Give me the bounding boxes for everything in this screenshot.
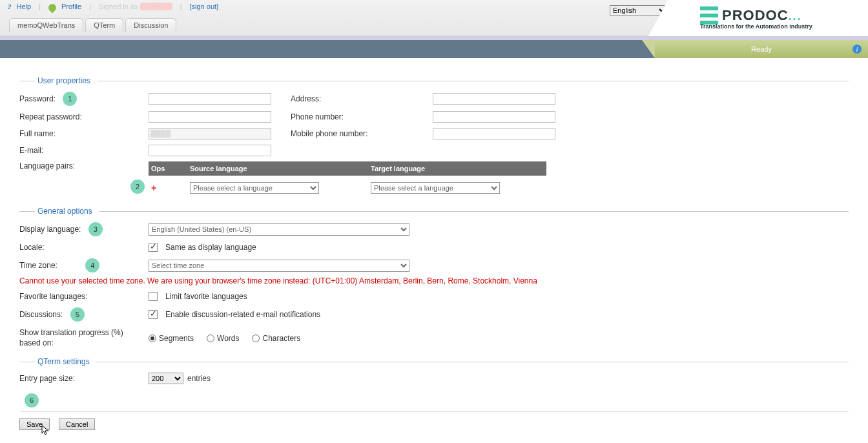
tab-discussion[interactable]: Discussion xyxy=(125,18,176,32)
status-ready: Ready i xyxy=(655,40,868,58)
repeat-password-input[interactable] xyxy=(149,111,271,123)
full-name-input[interactable] xyxy=(149,128,271,139)
label-mobile: Mobile phone number: xyxy=(291,129,433,138)
section-general-options: General options xyxy=(19,207,849,216)
mobile-input[interactable] xyxy=(433,128,555,139)
source-language-select[interactable]: Please select a language xyxy=(190,182,319,194)
content: User properties Password: 1 Address: Rep… xyxy=(0,58,868,439)
progress-radio-group: Segments Words Characters xyxy=(149,334,484,343)
enable-discussion-checkbox[interactable] xyxy=(149,310,158,319)
save-button[interactable]: Save xyxy=(19,418,50,430)
radio-characters[interactable]: Characters xyxy=(252,334,300,343)
qterm-grid: Entry page size: 200 entries xyxy=(19,373,849,384)
logo: PRODOC... Translations for the Automatio… xyxy=(668,0,868,36)
label-password: Password: 1 xyxy=(19,92,149,106)
user-properties-grid: Password: 1 Address: Repeat password: Ph… xyxy=(19,92,849,198)
tab-qterm[interactable]: QTerm xyxy=(85,18,123,32)
band-slate: Ready i xyxy=(0,40,868,58)
label-discussions: Discussions: 5 xyxy=(19,307,149,322)
general-options-grid-2: Favorite languages: Limit favorite langu… xyxy=(19,292,849,348)
annotation-1: 1 xyxy=(63,92,77,106)
locale-same-checkbox[interactable] xyxy=(149,243,158,252)
signout-link[interactable]: [sign out] xyxy=(190,3,219,10)
add-lang-pair-icon[interactable]: + xyxy=(151,183,156,193)
label-display-language: Display language: 3 xyxy=(19,222,149,236)
info-icon[interactable]: i xyxy=(852,45,862,54)
timezone-warning: Cannot use your selected time zone. We a… xyxy=(19,276,849,285)
label-language-pairs: Language pairs: xyxy=(19,161,149,170)
entry-page-size-select[interactable]: 200 xyxy=(149,373,183,384)
tab-memoq[interactable]: memoQWebTrans xyxy=(9,18,83,32)
help-link[interactable]: Help xyxy=(17,3,32,10)
label-phone: Phone number: xyxy=(291,112,433,121)
label-address: Address: xyxy=(291,94,433,103)
logo-bars-icon xyxy=(700,6,718,25)
profile-link[interactable]: Profile xyxy=(61,3,81,10)
annotation-6: 6 xyxy=(25,393,39,407)
target-language-select[interactable]: Please select a language xyxy=(371,182,500,194)
limit-favorite-checkbox[interactable] xyxy=(149,292,158,301)
annotation-2: 2 xyxy=(130,180,145,194)
cancel-button[interactable]: Cancel xyxy=(59,418,95,430)
help-icon: ? xyxy=(8,3,12,10)
lang-pair-header: Ops Source language Target language xyxy=(149,161,546,176)
phone-input[interactable] xyxy=(433,111,555,123)
radio-words[interactable]: Words xyxy=(207,334,239,343)
radio-segments[interactable]: Segments xyxy=(149,334,194,343)
label-show-progress: Show translation progress (%) based on: xyxy=(19,328,149,348)
logo-tagline: Translations for the Automation Industry xyxy=(700,23,812,30)
display-language-select[interactable]: English (United States) (en-US) xyxy=(149,223,409,236)
label-locale: Locale: xyxy=(19,243,149,252)
label-repeat-password: Repeat password: xyxy=(19,112,149,121)
address-input[interactable] xyxy=(433,93,555,105)
label-entry-page-size: Entry page size: xyxy=(19,374,149,383)
annotation-3: 3 xyxy=(88,222,103,236)
timezone-select[interactable]: Select time zone xyxy=(149,260,409,272)
form-buttons: Save Cancel xyxy=(19,418,849,430)
lang-pair-row: 2 + Please select a language Please sele… xyxy=(149,176,546,198)
section-qterm-settings: QTerm settings xyxy=(19,357,849,366)
section-user-properties: User properties xyxy=(19,76,849,85)
general-options-grid: Display language: 3 English (United Stat… xyxy=(19,222,849,273)
email-input[interactable] xyxy=(149,145,271,156)
label-email: E-mail: xyxy=(19,146,149,155)
label-full-name: Full name: xyxy=(19,129,149,138)
username-redacted: xxxx xyxy=(140,3,172,10)
label-favorite-languages: Favorite languages: xyxy=(19,292,149,301)
annotation-4: 4 xyxy=(85,258,99,273)
signed-in-text: Signed in as xxxx xyxy=(99,3,172,10)
annotation-5: 5 xyxy=(70,307,85,322)
top-bar: ? Help | Profile | Signed in as xxxx | [… xyxy=(0,0,868,36)
profile-icon xyxy=(46,3,57,14)
password-input[interactable] xyxy=(149,93,271,105)
label-timezone: Time zone: 4 xyxy=(19,258,149,273)
